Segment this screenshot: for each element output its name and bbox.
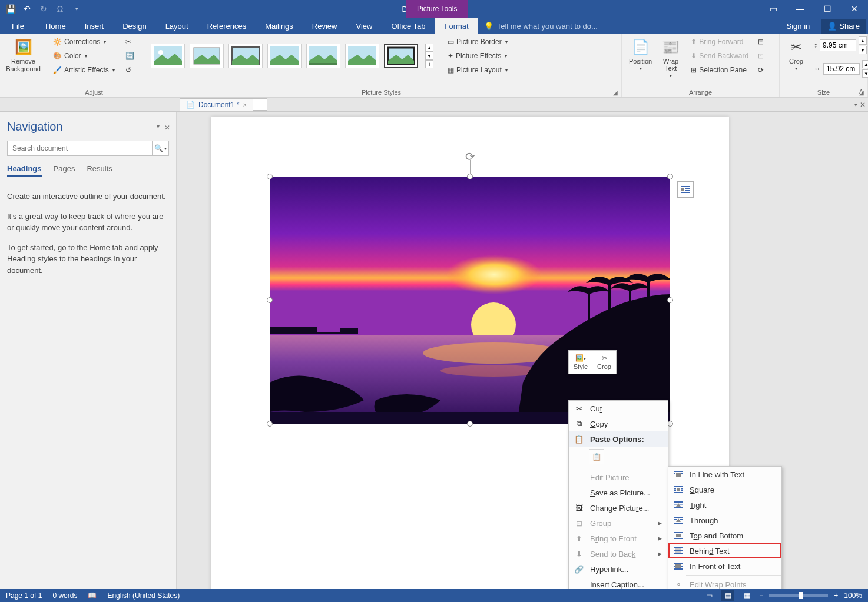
close-icon[interactable]: ✕ (841, 0, 868, 18)
align-button[interactable]: ⊟ (756, 36, 766, 47)
wrap-behind[interactable]: Behind Text (668, 543, 781, 558)
status-words[interactable]: 0 words (52, 591, 77, 600)
undo-icon[interactable]: ↶ (22, 4, 32, 14)
wrap-inline[interactable]: In Line with Text (668, 467, 781, 482)
handle-s[interactable] (467, 421, 473, 427)
view-read-mode[interactable]: ▭ (703, 590, 715, 601)
collapse-ribbon-icon[interactable]: ᐱ (859, 88, 863, 95)
share-button[interactable]: 👤 Share (821, 19, 866, 34)
save-icon[interactable]: 💾 (6, 4, 15, 14)
tab-close-all-icon[interactable]: ✕ (860, 101, 866, 109)
ctx-save-as-picture[interactable]: Save as Picture... (569, 485, 668, 500)
styles-dialog-launcher[interactable]: ◢ (613, 89, 618, 96)
artistic-effects-button[interactable]: 🖌️Artistic Effects▾ (51, 65, 117, 75)
remove-background-button[interactable]: 🖼️ Remove Background (4, 36, 43, 74)
gallery-up-icon[interactable]: ▲ (425, 44, 433, 52)
gallery-down-icon[interactable]: ▼ (425, 52, 433, 60)
crop-button[interactable]: ✂ Crop ▾ (783, 36, 809, 72)
handle-nw[interactable] (267, 174, 273, 179)
wrap-square[interactable]: Square (668, 482, 781, 497)
handle-n[interactable] (467, 174, 473, 179)
document-tab-close-icon[interactable]: × (243, 101, 246, 108)
tab-insert[interactable]: Insert (75, 18, 114, 34)
zoom-slider[interactable] (769, 594, 828, 597)
picture-layout-button[interactable]: ▦Picture Layout▾ (445, 65, 510, 75)
width-down[interactable]: ▼ (862, 69, 868, 78)
inserted-picture[interactable]: ⟳ (270, 177, 670, 424)
selection-pane-button[interactable]: ⊞Selection Pane (688, 65, 751, 75)
position-button[interactable]: 📄 Position ▾ (625, 36, 655, 72)
color-button[interactable]: 🎨Color▾ (51, 51, 117, 61)
tab-layout[interactable]: Layout (156, 18, 198, 34)
wrap-through[interactable]: Through (668, 513, 781, 528)
ctx-cut[interactable]: ✂Cut (569, 401, 668, 416)
handle-w[interactable] (267, 297, 273, 303)
tab-format[interactable]: Format (435, 18, 478, 34)
mini-style-button[interactable]: 🖼️▾ Style (569, 351, 592, 374)
style-thumb-selected[interactable] (384, 44, 418, 68)
wrap-tight[interactable]: Tight (668, 497, 781, 513)
style-thumb-1[interactable] (151, 44, 185, 68)
picture-effects-button[interactable]: ✦Picture Effects▾ (445, 51, 510, 61)
gallery-spinner[interactable]: ▲ ▼ ⁝ (425, 44, 433, 68)
spellcheck-icon[interactable]: 📖 (88, 591, 97, 600)
wrap-top-bottom[interactable]: Top and Bottom (668, 528, 781, 543)
nav-close-icon[interactable]: ✕ (164, 124, 170, 132)
height-input[interactable] (820, 39, 856, 51)
handle-e[interactable] (667, 297, 673, 303)
width-input[interactable] (823, 63, 860, 75)
style-thumb-4[interactable] (267, 44, 302, 68)
view-web-layout[interactable]: ▦ (740, 590, 753, 601)
qat-customize-icon[interactable]: ▾ (72, 4, 81, 14)
tab-mailings[interactable]: Mailings (256, 18, 303, 34)
ctx-copy[interactable]: ⧉Copy (569, 416, 668, 431)
nav-tab-headings[interactable]: Headings (7, 164, 42, 177)
ctx-change-picture[interactable]: 🖼Change Picture... (569, 500, 668, 515)
ribbon-display-icon[interactable]: ▭ (760, 0, 787, 18)
redo-icon[interactable]: ↻ (39, 4, 48, 14)
nav-tab-results[interactable]: Results (87, 164, 112, 177)
search-button[interactable]: 🔍▾ (152, 141, 168, 155)
group-objects-button[interactable]: ⊡ (756, 51, 766, 61)
status-language[interactable]: English (United States) (107, 591, 180, 600)
picture-border-button[interactable]: ▭Picture Border▾ (445, 36, 510, 47)
reset-picture-button[interactable]: ↺ (123, 65, 137, 75)
tab-home[interactable]: Home (36, 18, 75, 34)
nav-dropdown-icon[interactable]: ▼ (155, 124, 161, 132)
zoom-thumb[interactable] (799, 592, 803, 599)
new-document-tab[interactable] (253, 98, 267, 111)
status-page[interactable]: Page 1 of 1 (6, 591, 42, 600)
tab-references[interactable]: References (198, 18, 256, 34)
style-thumb-2[interactable] (190, 44, 224, 68)
tab-design[interactable]: Design (113, 18, 155, 34)
style-thumb-3[interactable] (228, 44, 263, 68)
minimize-icon[interactable]: — (787, 0, 814, 18)
picture-styles-gallery[interactable]: ▲ ▼ ⁝ (145, 39, 439, 73)
zoom-value[interactable]: 100% (844, 591, 862, 600)
style-thumb-6[interactable] (345, 44, 379, 68)
height-up[interactable]: ▲ (859, 36, 867, 45)
gallery-more-icon[interactable]: ⁝ (425, 60, 433, 68)
omega-icon[interactable]: Ω (55, 4, 65, 14)
handle-sw[interactable] (267, 421, 273, 427)
document-canvas[interactable]: ⟳ 🖼️▾ Style ✂ Crop (177, 112, 868, 594)
zoom-out-icon[interactable]: − (759, 591, 763, 600)
send-backward-button[interactable]: ⬇Send Backward (688, 51, 751, 61)
tab-review[interactable]: Review (303, 18, 347, 34)
layout-options-badge[interactable] (677, 181, 694, 198)
rotate-button[interactable]: ⟳ (756, 65, 766, 75)
document-tab-active[interactable]: 📄 Document1 * × (180, 98, 253, 111)
handle-ne[interactable] (667, 174, 673, 179)
nav-tab-pages[interactable]: Pages (54, 164, 75, 177)
corrections-button[interactable]: 🔆Corrections▾ (51, 36, 117, 47)
ctx-hyperlink[interactable]: 🔗Hyperlink... (569, 561, 668, 577)
maximize-icon[interactable]: ☐ (814, 0, 841, 18)
tab-office-tab[interactable]: Office Tab (382, 18, 435, 34)
mini-crop-button[interactable]: ✂ Crop (592, 351, 616, 374)
tab-dropdown-icon[interactable]: ▾ (854, 102, 857, 108)
style-thumb-5[interactable] (306, 44, 340, 68)
tell-me-search[interactable]: 💡 Tell me what you want to do... (478, 18, 604, 34)
width-up[interactable]: ▲ (862, 60, 868, 68)
paste-option-keep[interactable]: 📋 (589, 449, 604, 464)
height-down[interactable]: ▼ (859, 46, 867, 54)
